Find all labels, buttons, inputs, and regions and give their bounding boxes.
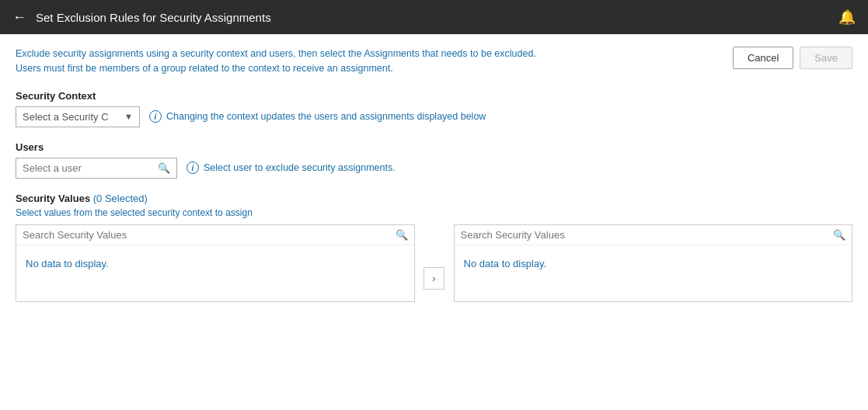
page-title: Set Exclusion Rules for Security Assignm… — [36, 11, 838, 24]
description-line2: Users must first be members of a group r… — [16, 61, 536, 76]
security-context-hint-text: Changing the context updates the users a… — [166, 111, 486, 122]
left-search-icon: 🔍 — [396, 229, 408, 241]
left-panel-no-data: No data to display. — [16, 245, 414, 282]
security-context-placeholder: Select a Security C — [23, 111, 109, 123]
sv-title: Security Values — [16, 193, 90, 204]
bell-icon[interactable]: 🔔 — [838, 9, 856, 26]
sv-selected-count: (0 Selected) — [93, 193, 148, 204]
user-search-field[interactable]: 🔍 — [16, 158, 177, 179]
panels-row: 🔍 No data to display. › 🔍 No data to dis… — [16, 224, 852, 302]
action-buttons: Cancel Save — [733, 47, 852, 69]
save-button: Save — [800, 47, 852, 69]
transfer-arrow-button[interactable]: › — [424, 267, 444, 290]
users-row: 🔍 i Select user to exclude security assi… — [16, 158, 852, 179]
top-bar: Exclude security assignments using a sec… — [16, 47, 852, 76]
back-button[interactable]: ← — [12, 9, 26, 26]
security-context-hint: i Changing the context updates the users… — [149, 110, 486, 123]
right-panel: 🔍 No data to display. — [454, 224, 853, 302]
users-hint-text: Select user to exclude security assignme… — [204, 162, 396, 173]
right-panel-search-bar[interactable]: 🔍 — [455, 225, 852, 245]
description-line1: Exclude security assignments using a sec… — [16, 47, 536, 61]
right-search-input[interactable] — [461, 229, 829, 241]
chevron-down-icon: ▼ — [124, 112, 133, 121]
security-values-section: Security Values (0 Selected) Select valu… — [16, 193, 852, 302]
users-hint: i Select user to exclude security assign… — [186, 162, 396, 174]
sv-header: Security Values (0 Selected) — [16, 193, 852, 204]
left-panel: 🔍 No data to display. — [16, 224, 415, 302]
users-section: Users 🔍 i Select user to exclude securit… — [16, 141, 852, 179]
search-icon: 🔍 — [158, 162, 170, 174]
description: Exclude security assignments using a sec… — [16, 47, 536, 76]
info-icon: i — [149, 110, 162, 123]
security-context-section: Security Context Select a Security C ▼ i… — [16, 90, 852, 127]
user-search-input[interactable] — [23, 162, 153, 174]
users-label: Users — [16, 141, 852, 153]
right-panel-no-data: No data to display. — [455, 245, 852, 282]
sv-subtitle: Select values from the selected security… — [16, 207, 852, 218]
security-context-row: Select a Security C ▼ i Changing the con… — [16, 106, 852, 127]
header: ← Set Exclusion Rules for Security Assig… — [0, 0, 868, 34]
security-context-label: Security Context — [16, 90, 852, 102]
right-search-icon: 🔍 — [833, 229, 845, 241]
left-search-input[interactable] — [23, 229, 391, 241]
main-content: Exclude security assignments using a sec… — [0, 34, 868, 324]
left-panel-search-bar[interactable]: 🔍 — [16, 225, 414, 245]
security-context-dropdown[interactable]: Select a Security C ▼ — [16, 106, 140, 127]
cancel-button[interactable]: Cancel — [733, 47, 793, 69]
arrow-column: › — [415, 224, 454, 302]
info-icon-users: i — [186, 162, 199, 174]
